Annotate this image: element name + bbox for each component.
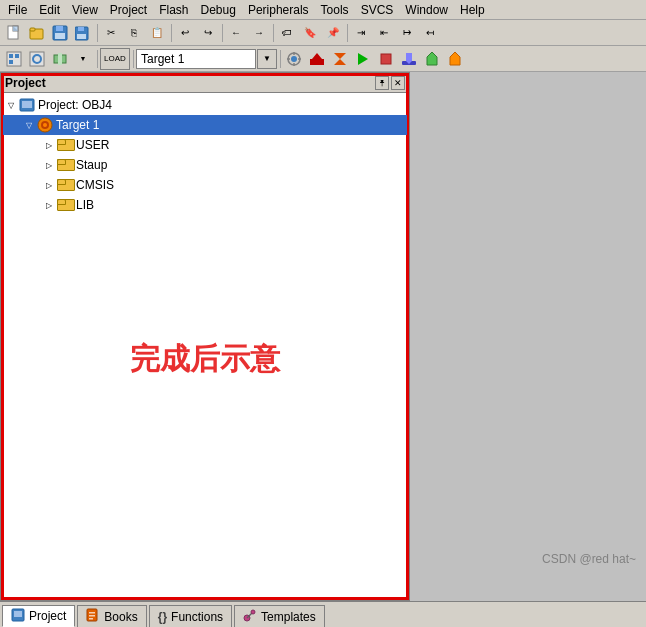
indent2-btn[interactable]: ↦ [396, 22, 418, 44]
svg-marker-26 [312, 53, 322, 59]
menu-peripherals[interactable]: Peripherals [242, 1, 315, 19]
svg-marker-29 [358, 53, 368, 65]
tree-staup[interactable]: ▷ Staup [3, 155, 407, 175]
menu-file[interactable]: File [2, 1, 33, 19]
menu-project[interactable]: Project [104, 1, 153, 19]
svg-rect-44 [89, 615, 95, 617]
tree-root[interactable]: ▽ Project: OBJ4 [3, 95, 407, 115]
bookmark2-button[interactable]: 🔖 [299, 22, 321, 44]
sep3 [220, 22, 224, 44]
lib-folder-icon [57, 197, 73, 213]
tab-books[interactable]: Books [77, 605, 146, 627]
target-input[interactable] [136, 49, 256, 69]
user-label: USER [76, 138, 109, 152]
lib-label: LIB [76, 198, 94, 212]
svg-rect-9 [78, 27, 84, 31]
forward-button[interactable]: → [248, 22, 270, 44]
bookmark1-button[interactable]: 🏷 [276, 22, 298, 44]
main-area: Project 🖈 ✕ ▽ Project: OBJ4 [0, 72, 646, 601]
redo-button[interactable]: ↪ [197, 22, 219, 44]
svg-rect-30 [381, 54, 391, 64]
staup-folder-icon [57, 157, 73, 173]
menu-view[interactable]: View [66, 1, 104, 19]
tree-lib[interactable]: ▷ LIB [3, 195, 407, 215]
outdent2-btn[interactable]: ↤ [419, 22, 441, 44]
cmsis-expand-icon: ▷ [43, 179, 55, 191]
save-all-button[interactable] [72, 22, 94, 44]
sep7 [131, 48, 135, 70]
back-button[interactable]: ← [225, 22, 247, 44]
svg-rect-14 [9, 60, 13, 64]
toolbar-standard: ✂ ⎘ 📋 ↩ ↪ ← → 🏷 🔖 📌 ⇥ ⇤ ↦ ↤ [0, 20, 646, 46]
tab-functions-icon: {} [158, 610, 167, 624]
tree-user[interactable]: ▷ USER [3, 135, 407, 155]
tab-templates[interactable]: Templates [234, 605, 325, 627]
bookmark3-button[interactable]: 📌 [322, 22, 344, 44]
cut-button[interactable]: ✂ [100, 22, 122, 44]
tab-templates-icon [243, 608, 257, 625]
cmsis-label: CMSIS [76, 178, 114, 192]
tab-project[interactable]: Project [2, 605, 75, 627]
svg-rect-7 [55, 33, 65, 39]
svg-point-48 [251, 610, 255, 614]
root-expand-icon: ▽ [5, 99, 17, 111]
toolbar-build: ▼ LOAD ▼ [0, 46, 646, 72]
settings-btn[interactable] [283, 48, 305, 70]
tree-cmsis[interactable]: ▷ CMSIS [3, 175, 407, 195]
lib-expand-icon: ▷ [43, 199, 55, 211]
svg-rect-43 [89, 612, 95, 614]
erase-btn[interactable] [421, 48, 443, 70]
target-dropdown[interactable]: ▼ [257, 49, 277, 69]
menu-debug[interactable]: Debug [195, 1, 242, 19]
toolbar2-btn1[interactable] [3, 48, 25, 70]
svg-rect-10 [77, 34, 86, 39]
sep4 [271, 22, 275, 44]
download-btn[interactable] [398, 48, 420, 70]
svg-rect-36 [22, 101, 32, 108]
close-panel-button[interactable]: ✕ [391, 76, 405, 90]
toolbar2-btn-arrow-down[interactable]: ▼ [72, 48, 94, 70]
menu-edit[interactable]: Edit [33, 1, 66, 19]
menu-svcs[interactable]: SVCS [355, 1, 400, 19]
panel-controls: 🖈 ✕ [375, 76, 405, 90]
svg-marker-33 [427, 52, 437, 65]
menu-tools[interactable]: Tools [315, 1, 355, 19]
tab-books-icon [86, 608, 100, 625]
svg-rect-4 [30, 28, 35, 31]
project-panel-title: Project [5, 76, 46, 90]
toolbar2-btn3[interactable] [49, 48, 71, 70]
chip-btn[interactable] [444, 48, 466, 70]
project-panel: Project 🖈 ✕ ▽ Project: OBJ4 [0, 72, 410, 601]
svg-marker-28 [334, 59, 346, 65]
target-icon [37, 117, 53, 133]
tab-functions[interactable]: {} Functions [149, 605, 232, 627]
root-project-icon [19, 97, 35, 113]
stop-btn[interactable] [375, 48, 397, 70]
toolbar2-load-btn[interactable]: LOAD [100, 48, 130, 70]
undo-button[interactable]: ↩ [174, 22, 196, 44]
new-button[interactable] [3, 22, 25, 44]
menu-flash[interactable]: Flash [153, 1, 194, 19]
tab-project-icon [11, 608, 25, 625]
staup-label: Staup [76, 158, 107, 172]
outdent-btn[interactable]: ⇤ [373, 22, 395, 44]
menu-help[interactable]: Help [454, 1, 491, 19]
tree-target1[interactable]: ▽ Target 1 [3, 115, 407, 135]
tab-books-label: Books [104, 610, 137, 624]
right-panel [410, 72, 646, 601]
svg-rect-25 [310, 59, 324, 65]
copy-button[interactable]: ⎘ [123, 22, 145, 44]
sep8 [278, 48, 282, 70]
save-button[interactable] [49, 22, 71, 44]
paste-button[interactable]: 📋 [146, 22, 168, 44]
rebuild-btn[interactable] [329, 48, 351, 70]
run-btn[interactable] [352, 48, 374, 70]
pin-button[interactable]: 🖈 [375, 76, 389, 90]
open-button[interactable] [26, 22, 48, 44]
svg-marker-27 [334, 53, 346, 59]
build-btn[interactable] [306, 48, 328, 70]
menu-window[interactable]: Window [399, 1, 454, 19]
toolbar2-btn2[interactable] [26, 48, 48, 70]
indent-btn[interactable]: ⇥ [350, 22, 372, 44]
project-panel-header: Project 🖈 ✕ [1, 73, 409, 93]
